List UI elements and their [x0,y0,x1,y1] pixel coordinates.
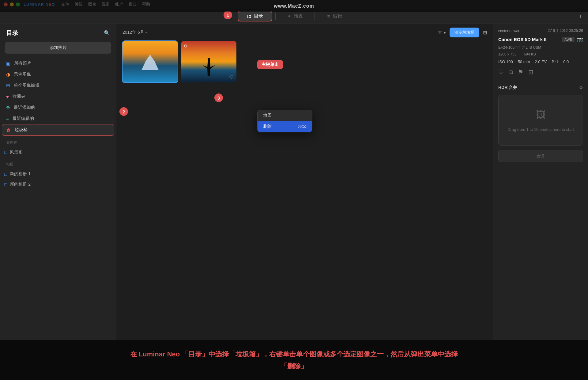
maximize-button[interactable] [16,2,20,6]
catalog-icon: 🗂 [247,13,251,19]
recent-edit-icon: ≡ [6,116,9,121]
meta-exif: ISO 100 50 mm 2.0 EV f/11 0.0 [498,59,583,64]
tab-preset[interactable]: ✦ 预置 [279,11,311,21]
context-menu-delete[interactable]: 删除 ⌘⌫ [258,121,312,132]
photo-metadata: content-aware 27 6月 2012 00:25:29 Canon … [493,24,588,80]
hdr-drop-area[interactable]: 🖼 Drag from 1 to 10 photos here to start [498,95,583,146]
all-photos-icon: ▣ [6,61,10,66]
edit-indicator-icon: ⚙ [184,44,188,48]
close-button[interactable] [4,2,8,6]
bottom-caption: 在 Luminar Neo 「目录」中选择「垃圾箱」，右键单击单个图像或多个选定… [0,340,588,380]
add-photos-button[interactable]: 添加照片 [5,42,111,54]
examples-label: 示例图像 [14,72,31,77]
caption-line2: 「删除」 [281,361,307,371]
layout-toggle-button[interactable]: ⊞ [483,30,487,36]
favorites-icon: ♥ [6,94,9,99]
titlebar: LUMINAR NEO 文件 编辑 图像 视图 账户 窗口 帮助 [0,0,588,9]
lens-info: EF24-105mm f/4L IS USM [498,45,583,50]
sidebar-item-all-photos[interactable]: ▣ 所有照片 [2,58,114,69]
album2-label: 新的相册 2 [10,182,31,187]
share-button[interactable]: ↑ [579,13,582,19]
sidebar-title: 目录 [6,29,18,37]
extra-value: 0.0 [563,59,569,64]
sidebar-item-favorites[interactable]: ♥ 收藏夹 [2,91,114,102]
preset-icon: ✦ [287,13,291,19]
annotation-badge-2: 2 [119,107,128,116]
photo-thumb-sunset [181,41,236,82]
edit-icon: ≋ [326,13,330,19]
recent-add-label: 最近添加的 [14,105,35,110]
sidebar-item-trash[interactable]: 🗑 垃圾桶 [2,124,114,136]
annotation-badge-3: 3 [214,93,223,102]
photo-grid: ⚙ ♡ [116,41,493,82]
photo-thumb-iceberg [123,41,178,82]
meta-filename: content-aware [498,29,522,33]
tab-edit[interactable]: ≋ 编辑 [318,11,351,21]
menu-help[interactable]: 帮助 [142,2,150,7]
sidebar-item-landscapes[interactable]: □ 风景图 [0,147,116,158]
sidebar-item-album2[interactable]: □ 新的相册 2 [0,179,116,190]
heart-action-icon[interactable]: ♡ [498,68,504,76]
photo-item-sunset[interactable]: ⚙ ♡ [181,41,236,82]
empty-trash-button[interactable]: 清空垃圾桶 [450,28,479,37]
tab-catalog[interactable]: 🗂 目录 [238,11,272,21]
trash-label: 垃圾桶 [15,127,28,133]
sidebar-item-recent-edit[interactable]: ≡ 最近编辑的 [2,113,114,124]
sidebar-item-album1[interactable]: □ 新的相册 1 [0,169,116,179]
crop-action-icon[interactable]: ⊡ [528,68,533,76]
annotation-badge-1: 1 [224,11,232,19]
focal-length-value: 50 mm [518,59,530,64]
hdr-title: HDR 合并 [498,85,517,90]
content-area: 目录 🔍 添加照片 ▣ 所有照片 ◑ 示例图像 ⊞ 单个图像编辑 ♥ [0,24,588,380]
favorite-icon[interactable]: ♡ [229,74,233,80]
menu-edit[interactable]: 编辑 [75,2,83,7]
meta-top-row: content-aware 27 6月 2012 00:25:29 [498,28,583,33]
filesize-value: 694 KB [524,52,536,56]
trash-icon: 🗑 [6,127,11,133]
minimize-button[interactable] [10,2,14,6]
examples-icon: ◑ [6,72,10,77]
menu-file[interactable]: 文件 [61,2,69,7]
caption-line1: 在 Luminar Neo 「目录」中选择「垃圾箱」，右键单击单个图像或多个选定… [130,349,458,359]
camera-icon: 📷 [577,36,583,42]
main-toolbar-right: 大 ▾ 清空垃圾桶 ⊞ [438,28,487,37]
album1-icon: □ [4,172,7,177]
menu-window[interactable]: 窗口 [129,2,137,7]
app-logo: LUMINAR NEO [24,2,55,7]
photo-sunset-image [181,41,236,82]
menu-image[interactable]: 图像 [88,2,96,7]
menu-account[interactable]: 账户 [115,2,123,7]
hdr-section: HDR 合并 ⚙ 🖼 Drag from 1 to 10 photos here… [493,80,588,380]
folder-label: 风景图 [10,150,23,155]
sidebar-item-single-edit[interactable]: ⊞ 单个图像编辑 [2,80,114,91]
main-container: 🗂 目录 ✦ 预置 ≋ 编辑 ↑ 目录 🔍 添加照片 ▣ 所有照片 [0,9,588,380]
menu-view[interactable]: 视图 [102,2,110,7]
dimensions-value: 1200 x 753 [498,52,516,56]
search-button[interactable]: 🔍 [104,30,110,36]
flag-action-icon[interactable]: ⚑ [518,68,523,76]
aperture-value: f/11 [552,59,558,64]
awb-badge: AWB [562,37,575,42]
single-edit-label: 单个图像编辑 [14,83,40,88]
copy-action-icon[interactable]: ⧉ [509,68,513,76]
album2-icon: □ [4,182,7,187]
hdr-settings-icon[interactable]: ⚙ [579,85,583,90]
right-panel: content-aware 27 6月 2012 00:25:29 Canon … [493,24,588,380]
toolbar-divider-1 [275,13,276,20]
sidebar-item-recent-add[interactable]: ⊕ 最近添加的 [2,102,114,113]
meta-camera-row: Canon EOS 5D Mark II AWB 📷 [498,36,583,42]
hdr-merge-button: 合并 [498,150,583,162]
context-menu-restore[interactable]: 放回 [258,110,312,121]
all-photos-label: 所有照片 [14,61,31,66]
sidebar-item-examples[interactable]: ◑ 示例图像 [2,69,114,80]
favorites-label: 收藏夹 [13,94,25,99]
photo-item-iceberg[interactable] [123,41,178,82]
recent-edit-label: 最近编辑的 [13,116,34,121]
delete-shortcut: ⌘⌫ [298,124,307,129]
main-content: 2012年 6月 - 大 ▾ 清空垃圾桶 ⊞ [116,24,493,380]
chevron-down-icon: ▾ [444,30,446,35]
toolbar-divider-2 [315,13,315,20]
meta-date: 27 6月 2012 00:25:29 [548,28,583,33]
meta-actions: ♡ ⧉ ⚑ ⊡ [498,68,583,76]
size-selector[interactable]: 大 ▾ [438,30,446,35]
